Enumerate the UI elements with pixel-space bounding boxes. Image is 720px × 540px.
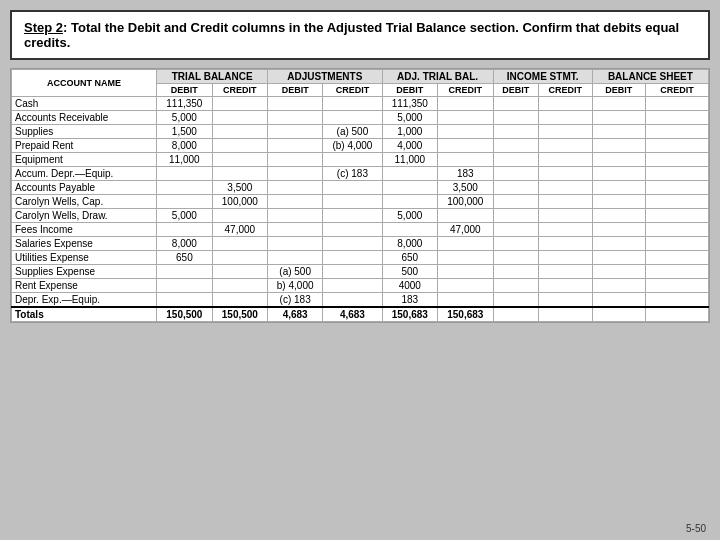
data-cell — [323, 97, 382, 111]
data-cell — [323, 153, 382, 167]
data-cell — [268, 209, 323, 223]
data-cell — [268, 125, 323, 139]
trial-balance-header: TRIAL BALANCE — [157, 70, 268, 84]
data-cell — [493, 153, 538, 167]
account-name-cell: Fees Income — [12, 223, 157, 237]
data-cell — [323, 195, 382, 209]
data-cell — [382, 167, 437, 181]
data-cell — [592, 279, 645, 293]
data-cell: 4000 — [382, 279, 437, 293]
balance-sheet-header: BALANCE SHEET — [592, 70, 708, 84]
data-cell: 150,683 — [382, 307, 437, 322]
data-cell — [592, 125, 645, 139]
data-cell — [268, 195, 323, 209]
data-cell — [645, 111, 708, 125]
account-name-cell: Totals — [12, 307, 157, 322]
account-name-cell: Utilities Expense — [12, 251, 157, 265]
data-cell: 111,350 — [157, 97, 212, 111]
data-cell — [493, 251, 538, 265]
data-cell: 4,683 — [268, 307, 323, 322]
data-cell: 1,500 — [157, 125, 212, 139]
data-cell — [438, 279, 493, 293]
data-cell — [493, 307, 538, 322]
data-cell — [212, 97, 267, 111]
data-cell — [268, 97, 323, 111]
data-cell — [382, 181, 437, 195]
data-cell — [538, 139, 592, 153]
data-cell: 150,500 — [212, 307, 267, 322]
data-cell: 11,000 — [157, 153, 212, 167]
data-cell — [645, 279, 708, 293]
data-cell — [438, 125, 493, 139]
data-cell — [592, 181, 645, 195]
data-cell — [212, 153, 267, 167]
data-cell: 5,000 — [157, 209, 212, 223]
step-label: Step 2 — [24, 20, 63, 35]
data-cell — [592, 307, 645, 322]
is-debit-header: DEBIT — [493, 84, 538, 97]
data-cell: 5,000 — [382, 209, 437, 223]
data-cell — [592, 97, 645, 111]
data-cell — [268, 251, 323, 265]
data-cell — [382, 195, 437, 209]
account-name-cell: Accounts Payable — [12, 181, 157, 195]
data-cell — [268, 181, 323, 195]
data-cell — [538, 111, 592, 125]
data-cell — [323, 181, 382, 195]
data-cell — [538, 209, 592, 223]
data-cell — [592, 265, 645, 279]
account-name-cell: Prepaid Rent — [12, 139, 157, 153]
account-name-cell: Equipment — [12, 153, 157, 167]
data-cell — [212, 293, 267, 308]
data-cell: 11,000 — [382, 153, 437, 167]
data-cell — [493, 181, 538, 195]
data-cell: 150,500 — [157, 307, 212, 322]
data-cell — [438, 111, 493, 125]
data-cell — [212, 237, 267, 251]
data-cell — [493, 111, 538, 125]
adj-credit-header: CREDIT — [323, 84, 382, 97]
data-cell — [382, 223, 437, 237]
data-cell: 500 — [382, 265, 437, 279]
data-cell — [157, 181, 212, 195]
page-number: 5-50 — [686, 523, 706, 534]
data-cell — [212, 167, 267, 181]
data-cell — [323, 111, 382, 125]
data-cell — [538, 181, 592, 195]
account-name-cell: Cash — [12, 97, 157, 111]
data-cell — [323, 237, 382, 251]
data-cell — [157, 195, 212, 209]
data-cell — [493, 293, 538, 308]
data-cell: (c) 183 — [323, 167, 382, 181]
data-cell — [157, 279, 212, 293]
data-cell — [592, 195, 645, 209]
adj-trial-bal-header: ADJ. TRIAL BAL. — [382, 70, 493, 84]
data-cell — [645, 181, 708, 195]
data-cell: 1,000 — [382, 125, 437, 139]
data-cell — [493, 237, 538, 251]
data-cell — [212, 251, 267, 265]
data-cell — [592, 223, 645, 237]
data-cell: 5,000 — [382, 111, 437, 125]
data-cell — [592, 111, 645, 125]
adj-debit-header: DEBIT — [268, 84, 323, 97]
data-cell — [323, 251, 382, 265]
data-cell — [157, 293, 212, 308]
data-cell: 100,000 — [212, 195, 267, 209]
account-name-cell: Rent Expense — [12, 279, 157, 293]
data-cell — [538, 279, 592, 293]
data-cell — [157, 167, 212, 181]
data-cell — [493, 279, 538, 293]
account-name-cell: Carolyn Wells, Cap. — [12, 195, 157, 209]
data-cell — [493, 167, 538, 181]
account-name-cell: Accounts Receivable — [12, 111, 157, 125]
data-cell — [493, 209, 538, 223]
data-cell — [268, 237, 323, 251]
data-cell — [538, 223, 592, 237]
data-cell — [268, 111, 323, 125]
data-cell: 47,000 — [438, 223, 493, 237]
data-cell — [212, 279, 267, 293]
data-cell: 183 — [438, 167, 493, 181]
account-name-cell: Depr. Exp.—Equip. — [12, 293, 157, 308]
data-cell: 5,000 — [157, 111, 212, 125]
